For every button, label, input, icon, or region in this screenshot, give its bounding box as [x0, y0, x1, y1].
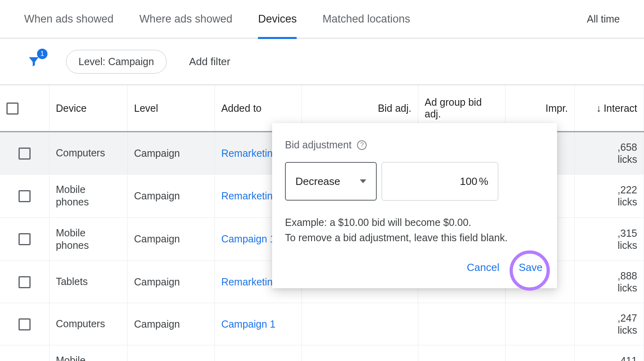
interactions-cell: ,247licks	[574, 303, 644, 345]
row-checkbox[interactable]	[19, 233, 31, 245]
device-cell: Mobile phones	[49, 345, 127, 361]
device-cell: Mobile phones	[49, 217, 127, 261]
bid-value-input-wrapper[interactable]: %	[382, 162, 498, 201]
table-row: Mobile phonesCampaignCampaign 2,411click…	[0, 345, 644, 361]
interactions-cell: ,411clicks	[574, 345, 644, 361]
column-header-device[interactable]: Device	[49, 85, 127, 132]
tabs-bar: When ads showed Where ads showed Devices…	[0, 0, 644, 39]
row-checkbox[interactable]	[19, 148, 31, 160]
filter-chip-level[interactable]: Level: Campaign	[66, 50, 167, 74]
chevron-down-icon	[360, 179, 366, 183]
impr-cell	[505, 345, 574, 361]
added-to-link[interactable]: Campaign 1	[221, 318, 276, 330]
help-icon[interactable]: ?	[357, 140, 367, 150]
added-to-link[interactable]: Campaign 1	[221, 233, 276, 244]
level-cell: Campaign	[128, 217, 215, 261]
sort-down-icon: ↓	[596, 103, 601, 114]
interactions-cell: ,658licks	[574, 132, 644, 174]
row-checkbox[interactable]	[19, 190, 31, 202]
ad-group-bid-adj-cell	[418, 345, 506, 361]
tab-devices[interactable]: Devices	[258, 0, 297, 38]
bid-adjustment-popover: Bid adjustment ? Decrease % Example: a $…	[272, 123, 557, 288]
time-range-selector[interactable]: All time	[587, 13, 620, 25]
interactions-cell: ,222licks	[574, 174, 644, 218]
added-to-link[interactable]: Remarketing	[221, 148, 279, 159]
filter-count-badge: 1	[37, 49, 47, 59]
device-cell: Computers	[49, 132, 127, 174]
column-header-interactions[interactable]: ↓Interact	[574, 85, 644, 132]
added-to-link[interactable]: Remarketing	[221, 190, 279, 201]
example-text: Example: a $10.00 bid will become $0.00.…	[285, 215, 544, 245]
filter-bar: 1 Level: Campaign Add filter	[0, 39, 644, 85]
impr-cell	[505, 303, 574, 345]
bid-adj-cell[interactable]	[302, 345, 418, 361]
tab-where-ads-showed[interactable]: Where ads showed	[139, 0, 232, 38]
cancel-button[interactable]: Cancel	[465, 258, 501, 277]
interactions-cell: ,888licks	[574, 261, 644, 303]
level-cell: Campaign	[128, 303, 215, 345]
ad-group-bid-adj-cell	[418, 303, 506, 345]
popover-title: Bid adjustment	[285, 139, 351, 151]
interactions-cell: ,315licks	[574, 217, 644, 261]
level-cell: Campaign	[128, 174, 215, 218]
column-header-level[interactable]: Level	[128, 85, 215, 132]
row-checkbox[interactable]	[19, 318, 31, 330]
tab-when-ads-showed[interactable]: When ads showed	[24, 0, 114, 38]
device-cell: Tablets	[49, 261, 127, 303]
added-to-link[interactable]: Remarketing	[221, 276, 279, 287]
bid-adj-cell[interactable]	[302, 303, 418, 345]
device-cell: Mobile phones	[49, 174, 127, 218]
level-cell: Campaign	[128, 132, 215, 174]
filter-icon[interactable]: 1	[24, 52, 43, 71]
bid-value-input[interactable]	[437, 175, 477, 188]
add-filter-button[interactable]: Add filter	[189, 55, 231, 68]
tab-matched-locations[interactable]: Matched locations	[322, 0, 410, 38]
row-checkbox[interactable]	[19, 276, 31, 288]
level-cell: Campaign	[128, 261, 215, 303]
column-header-checkbox[interactable]	[0, 85, 49, 132]
percent-suffix: %	[479, 175, 488, 188]
bid-direction-select[interactable]: Decrease	[285, 162, 377, 201]
select-all-checkbox[interactable]	[6, 103, 19, 115]
save-button[interactable]: Save	[517, 258, 544, 277]
table-row: ComputersCampaignCampaign 1,247licks	[0, 303, 644, 345]
level-cell: Campaign	[128, 345, 215, 361]
device-cell: Computers	[49, 303, 127, 345]
